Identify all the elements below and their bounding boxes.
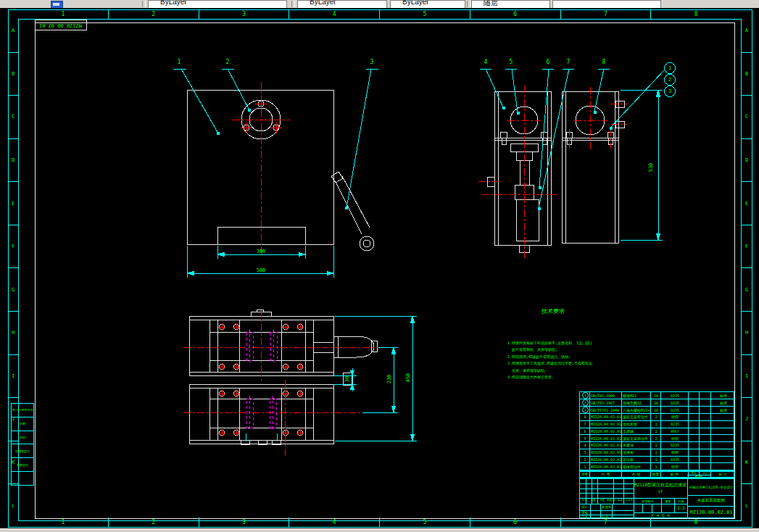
bom-row: 1 MZ120.00.02.01.01 箱体焊合件 1 组焊	[580, 463, 735, 470]
bom-qty: 1	[651, 457, 661, 464]
bom-total-weight	[700, 414, 711, 421]
note-line: 3.焊接采用手工电弧焊,焊缝应均匀平整,不得有咬边、	[507, 360, 629, 367]
bom-remark	[711, 442, 735, 449]
bom-material: Q235	[661, 399, 689, 407]
bom-code: GB/T93-1987	[590, 399, 622, 407]
bom-row: 8 MZ120.00.02.01.09 滚轮支架焊合件 2 组焊	[580, 414, 735, 421]
bom-no: 3	[580, 449, 590, 457]
bom-qty: 16	[651, 392, 661, 399]
bom-total-weight	[700, 442, 711, 449]
revision-header-row: 标记处数分区更改文件号签名年月日	[580, 499, 634, 502]
bom-material: Q235	[661, 407, 689, 414]
bom-row: 3 MZ120.00.02.01.04 连接板 1 组焊	[580, 449, 735, 457]
bom-name: 滚轮支架焊合件	[622, 414, 651, 421]
drawing-number-cell: MZ120.00.02.01	[687, 506, 735, 519]
bom-total-weight	[700, 463, 711, 470]
bom-name: 支承轴	[622, 428, 651, 436]
bom-header-material: 材 料	[661, 472, 689, 478]
bom-total-weight	[700, 449, 711, 457]
bom-qty: 1	[651, 428, 661, 436]
bom-unit-weight	[689, 428, 700, 436]
bom-code: MZ120.00.02.01.02-01	[590, 442, 622, 449]
bom-no: 1	[580, 407, 590, 414]
bom-row: 6 MZ120.00.02.01.02 支承轴 1 40Cr	[580, 428, 735, 436]
role-approve: 批准	[602, 515, 608, 519]
bom-material: 40Cr	[661, 428, 689, 436]
org-name: 机械与车辆工程学院·毕业设计	[689, 486, 733, 489]
bom-material: 组焊	[661, 449, 689, 457]
bom-row: 4 MZ120.00.02.01.02-01 夹紧块 1 Q235	[580, 442, 735, 449]
bom-row: 1 GB/T5781-2000 六角头螺栓M12×40 16 Q235 标准	[580, 407, 735, 414]
bom-material: 组焊	[661, 414, 689, 421]
bom-name: 螺母M12	[622, 392, 651, 399]
front-view-dims-leaders	[173, 69, 378, 278]
dim-slot-width: 300	[252, 249, 270, 254]
bom-unit-weight	[689, 463, 700, 470]
balloon-1: 1	[667, 65, 673, 72]
bom-unit-weight	[689, 414, 700, 421]
bom-no: 5	[580, 435, 590, 442]
bom-name: 滚轮支架焊合件	[622, 435, 651, 442]
bom-unit-weight	[689, 449, 700, 457]
weight-label: 重量	[662, 499, 674, 503]
bom-total-weight	[700, 392, 711, 399]
scale-label: 比例	[675, 499, 687, 503]
product-name-cell: MZ120型液压校直机总体设计	[634, 479, 687, 498]
callout-5: 5	[507, 59, 515, 65]
revision-header: 标记	[580, 499, 589, 502]
window-bottom-edge	[0, 528, 759, 532]
side-view-dims-leaders	[480, 63, 676, 241]
bom-name: 导向套筒	[622, 421, 651, 428]
bom-qty: 16	[651, 407, 661, 414]
bom-total-weight	[700, 407, 711, 414]
bom-total-weight	[700, 457, 711, 464]
bom-qty: 2	[651, 435, 661, 442]
bom-code: GB/T41-2000	[590, 392, 622, 399]
dim-axis-offset: 230	[386, 370, 392, 388]
front-view-centerlines	[232, 82, 290, 255]
bom-name: 六角头螺栓M12×40	[622, 407, 651, 414]
bom-header-qty: 数量	[651, 472, 661, 478]
bom-qty: 16	[651, 399, 661, 407]
bom-material: 组焊	[661, 463, 689, 470]
bom-remark: 标准	[711, 407, 735, 414]
bom-unit-weight	[689, 435, 700, 442]
bom-name: 定位板	[622, 457, 651, 464]
bom-no: 6	[580, 428, 590, 436]
role-process: 工艺	[581, 515, 588, 519]
bom-material: Q235	[661, 392, 689, 399]
bom-total-weight	[700, 428, 711, 436]
bom-unit-weight	[689, 421, 700, 428]
callout-1: 1	[175, 59, 183, 65]
plan-view-bottom-phantom	[246, 396, 276, 431]
notes-title: 技术要求	[531, 307, 575, 315]
callout-8: 8	[600, 59, 608, 65]
bom-qty: 1	[651, 449, 661, 457]
scale-value: 1:2	[675, 505, 687, 510]
bom-name: 箱体焊合件	[622, 463, 651, 470]
bom-name: 夹紧块	[622, 442, 651, 449]
bom-no: 7	[580, 421, 590, 428]
bom-total-weight	[700, 435, 711, 442]
bom-no: 1	[580, 463, 590, 470]
bom-remark	[711, 457, 735, 464]
role-design: 设计	[581, 505, 588, 509]
part-name: 夹紧装置装配图	[697, 498, 726, 503]
role-check: 审核	[581, 511, 588, 515]
bom-unit-weight	[689, 442, 700, 449]
side-view-a	[487, 91, 551, 252]
bom-remark	[711, 449, 735, 457]
note-line: 处不得有裂纹、夹渣等缺陷;	[507, 346, 629, 354]
bom-remark: 标准	[711, 399, 735, 407]
title-block: 标记处数分区更改文件号签名年月日 设计 标准化 审核 工艺 批准 MZ120型液…	[579, 478, 734, 518]
bom-unit-weight	[689, 392, 700, 399]
bom-code: MZ120.00.02.01.08	[590, 435, 622, 442]
callout-2: 2	[223, 59, 232, 65]
notes-lines: 1.焊接件各板材下料后应校平,去除毛刺、飞边,切口 处不得有裂纹、夹渣等缺陷;2…	[507, 319, 629, 381]
bom-header-remark: 备 注	[711, 472, 735, 478]
bom-code: MZ120.00.02.01.02-02	[590, 421, 622, 428]
bom-code: GB/T5781-2000	[590, 407, 622, 414]
bom-qty: 1	[651, 463, 661, 470]
callout-4: 4	[481, 59, 490, 65]
drawing-number: MZ120.00.02.01	[689, 510, 732, 515]
